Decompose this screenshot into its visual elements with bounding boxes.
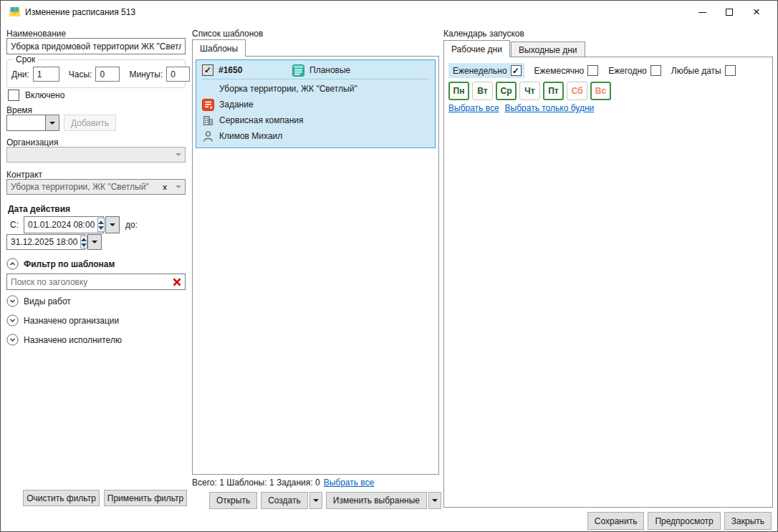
date-from-spinner[interactable] — [97, 218, 105, 232]
organization-label: Организация — [6, 137, 58, 147]
create-button[interactable]: Создать — [261, 492, 308, 509]
days-input[interactable] — [33, 67, 59, 82]
templates-list: ✓ #1650 Плановые Уборка территории, ЖК "… — [192, 56, 439, 475]
edit-selected-dropdown-button[interactable] — [428, 492, 441, 509]
template-id: #1650 — [218, 65, 287, 75]
date-to-spinner[interactable] — [80, 236, 87, 248]
enabled-checkbox[interactable] — [8, 90, 19, 101]
time-combobox[interactable] — [6, 115, 59, 131]
tab-weekends-label: Выходные дни — [519, 45, 577, 55]
section-assigned-executor-label: Назначено исполнителю — [24, 335, 122, 345]
calendar-content: Еженедельно ✓ Ежемесячно Ежегодно Любые … — [443, 57, 773, 508]
recurrence-yearly-option[interactable]: Ежегодно — [608, 65, 661, 76]
day-button-mon[interactable]: Пн — [448, 82, 469, 100]
date-to-label: до: — [125, 220, 138, 230]
term-legend: Срок — [13, 54, 38, 64]
contract-combobox[interactable]: Уборка территории, ЖК "Светлый" x — [6, 179, 186, 195]
date-to-dropdown-button[interactable] — [87, 234, 102, 250]
date-from-dropdown-button[interactable] — [105, 216, 120, 233]
day-button-wed[interactable]: Ср — [496, 82, 517, 100]
section-work-types[interactable]: Виды работ — [6, 295, 71, 307]
minutes-input[interactable] — [166, 67, 190, 82]
app-icon — [9, 6, 21, 18]
tab-workdays[interactable]: Рабочие дни — [443, 40, 510, 57]
recurrence-monthly-option[interactable]: Ежемесячно — [534, 65, 599, 76]
recurrence-weekly-label: Еженедельно — [453, 66, 507, 76]
time-dropdown-button[interactable] — [45, 115, 59, 130]
recurrence-weekly-checkbox[interactable]: ✓ — [511, 65, 522, 76]
section-work-types-label: Виды работ — [24, 296, 71, 306]
section-assigned-organization-label: Назначено организации — [24, 316, 119, 326]
tab-templates[interactable]: Шаблоны — [192, 39, 246, 57]
recurrence-yearly-label: Ежегодно — [608, 66, 647, 76]
close-button[interactable]: × — [743, 2, 770, 22]
spin-down-icon — [98, 226, 104, 230]
templates-panel-title: Список шаблонов — [192, 29, 263, 39]
template-name: Уборка территории, ЖК "Светлый" — [219, 84, 357, 94]
chevron-down-icon — [49, 122, 55, 125]
clear-search-button[interactable] — [169, 274, 185, 289]
term-group: Срок Дни: Часы: Минуты: — [6, 59, 186, 88]
person-icon — [202, 130, 214, 142]
day-button-sat[interactable]: Сб — [567, 82, 587, 100]
close-dialog-button[interactable]: Закрыть — [724, 512, 772, 530]
enabled-checkbox-row[interactable]: Включено — [8, 90, 64, 101]
template-checkbox[interactable]: ✓ — [202, 64, 213, 76]
filter-templates-label: Фильтр по шаблонам — [24, 259, 115, 269]
minimize-button[interactable] — [688, 2, 716, 22]
open-button[interactable]: Открыть — [209, 492, 257, 509]
organization-dropdown-button — [171, 147, 185, 162]
contract-dropdown-button — [171, 180, 185, 194]
contract-clear-icon[interactable]: x — [158, 180, 171, 194]
spin-down-icon — [81, 243, 87, 247]
search-box — [6, 274, 186, 290]
recurrence-yearly-checkbox[interactable] — [650, 65, 661, 76]
day-button-tue[interactable]: Вт — [472, 82, 493, 100]
time-value — [7, 115, 45, 130]
planned-category-icon — [292, 64, 304, 77]
recurrence-monthly-checkbox[interactable] — [587, 65, 598, 76]
section-assigned-executor[interactable]: Назначено исполнителю — [6, 334, 122, 346]
select-weekdays-only-link[interactable]: Выбрать только будни — [505, 103, 595, 113]
add-time-button[interactable]: Добавить — [64, 115, 116, 131]
tab-workdays-label: Рабочие дни — [451, 44, 502, 54]
organization-combobox[interactable] — [6, 147, 186, 163]
chevron-down-circle-icon — [6, 295, 19, 307]
day-button-fri[interactable]: Пт — [543, 82, 564, 100]
save-button[interactable]: Сохранить — [587, 512, 645, 530]
recurrence-anydates-checkbox[interactable] — [725, 65, 736, 76]
section-assigned-organization[interactable]: Назначено организации — [6, 314, 119, 327]
apply-filter-button[interactable]: Применить фильтр — [104, 490, 187, 506]
select-all-templates-link[interactable]: Выбрать все — [324, 478, 375, 488]
date-to-value: 31.12.2025 18:00 — [7, 235, 80, 249]
chevron-down-circle-icon — [6, 334, 19, 346]
red-x-icon — [172, 277, 182, 287]
preview-button[interactable]: Предпросмотр — [648, 512, 720, 530]
select-all-days-link[interactable]: Выбрать все — [448, 103, 499, 113]
chevron-down-icon — [110, 223, 115, 226]
clear-filter-button[interactable]: Очистить фильтр — [23, 490, 100, 506]
date-from-field[interactable]: 01.01.2024 08:00 — [24, 216, 104, 233]
template-organization-label: Сервисная компания — [219, 115, 304, 125]
recurrence-weekly-option[interactable]: Еженедельно ✓ — [448, 63, 524, 78]
tab-weekends[interactable]: Выходные дни — [511, 42, 585, 57]
search-input[interactable] — [7, 274, 169, 289]
template-assignee-label: Климов Михаил — [219, 131, 282, 141]
spin-up-icon — [81, 238, 87, 241]
template-item-1650[interactable]: ✓ #1650 Плановые Уборка территории, ЖК "… — [196, 59, 436, 148]
edit-selected-button[interactable]: Изменить выбранные — [326, 492, 427, 509]
name-input[interactable] — [6, 38, 186, 54]
hours-input[interactable] — [95, 67, 120, 82]
date-to-field[interactable]: 31.12.2025 18:00 — [6, 234, 85, 250]
recurrence-anydates-option[interactable]: Любые даты — [671, 65, 736, 76]
filter-templates-header[interactable]: Фильтр по шаблонам — [6, 258, 115, 270]
create-dropdown-button[interactable] — [309, 492, 322, 509]
organization-value — [7, 147, 171, 162]
titlebar: Изменение расписания 513 × — [1, 1, 777, 24]
day-button-thu[interactable]: Чт — [519, 82, 540, 100]
day-button-sun[interactable]: Вс — [590, 82, 611, 100]
name-label: Наименование — [6, 29, 66, 39]
maximize-button[interactable] — [716, 2, 743, 22]
tab-templates-label: Шаблоны — [200, 44, 238, 54]
chevron-down-icon — [432, 499, 438, 502]
